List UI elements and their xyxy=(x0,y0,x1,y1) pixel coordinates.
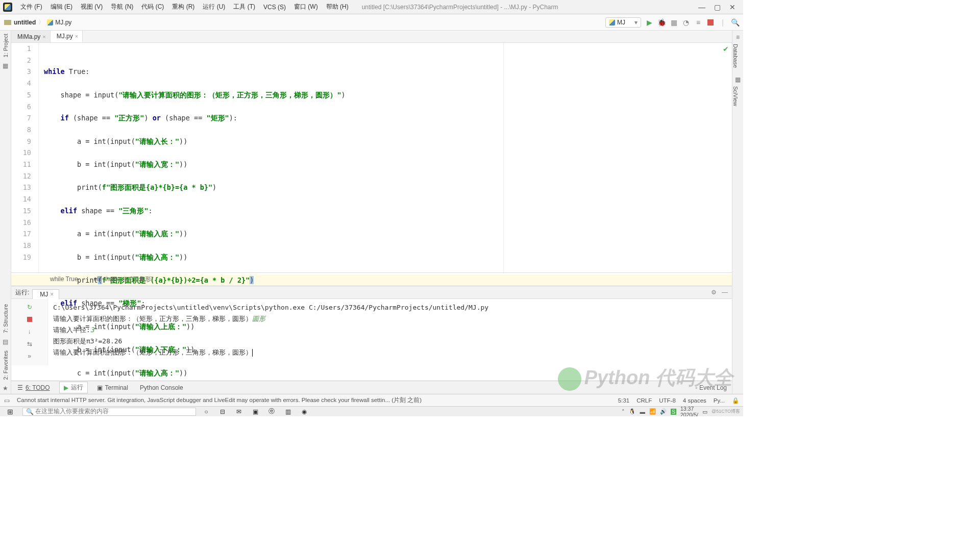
sciview-tool[interactable]: SciView xyxy=(732,83,739,109)
menu-vcs[interactable]: VCS (S) xyxy=(259,4,290,11)
tab-mima[interactable]: MiMa.py × xyxy=(11,31,51,42)
minimize-panel-icon[interactable]: — xyxy=(722,289,728,296)
code-area[interactable]: while True: shape = input("请输入要计算面积的图形：（… xyxy=(39,43,732,272)
structure-tool[interactable]: 7: Structure xyxy=(3,301,9,336)
tab-mj[interactable]: MJ.py × xyxy=(51,31,83,42)
menu-refactor[interactable]: 重构 (R) xyxy=(168,3,199,11)
rerun-icon[interactable]: ↻ xyxy=(26,303,34,311)
python-icon xyxy=(609,19,615,26)
interpreter[interactable]: Py... xyxy=(714,397,725,404)
line-sep[interactable]: CRLF xyxy=(636,397,652,404)
crumb-item[interactable]: elif shape == "三角形" xyxy=(93,276,153,283)
chevron-down-icon: ▾ xyxy=(634,19,638,26)
ie-icon[interactable]: ⓔ xyxy=(263,407,280,416)
qq-icon[interactable]: 🐧 xyxy=(629,408,635,415)
console-line: 图形面积是π3²=28.26 xyxy=(53,336,727,347)
menu-bar: 文件 (F) 编辑 (E) 视图 (V) 导航 (N) 代码 (C) 重构 (R… xyxy=(0,0,743,14)
layout-icon[interactable]: ⇆ xyxy=(26,340,34,348)
clock[interactable]: 13:372020/5/ xyxy=(680,406,698,417)
stop-button[interactable] xyxy=(706,18,715,27)
project-tool[interactable]: 1: Project xyxy=(3,31,9,60)
taskbar-search[interactable]: 🔍 在这里输入你要搜索的内容 xyxy=(22,408,196,416)
separator: | xyxy=(719,18,727,27)
run-tab[interactable]: MJ × xyxy=(32,289,59,299)
navigation-bar: untitled 〉 MJ.py MJ ▾ ▶ 🐞 ▦ ◔ ≡ | 🔍 xyxy=(0,14,743,31)
battery-icon[interactable]: ▬ xyxy=(640,409,645,415)
crumb-item[interactable]: while True xyxy=(50,276,78,283)
status-icon: ▭ xyxy=(4,397,10,404)
chrome-icon[interactable]: ◉ xyxy=(296,408,312,415)
menu-view[interactable]: 视图 (V) xyxy=(77,3,107,11)
database-tool[interactable]: Database xyxy=(732,41,739,71)
down-icon[interactable]: ↓ xyxy=(26,328,34,336)
python-file-icon xyxy=(47,19,53,26)
terminal-tab[interactable]: ▣Terminal xyxy=(97,384,128,391)
minimize-button[interactable]: — xyxy=(694,3,709,11)
notification-icon[interactable]: ▭ xyxy=(702,409,707,415)
menu-file[interactable]: 文件 (F) xyxy=(16,3,46,11)
bottom-tool-tabs: ☰6: TODO ▶运行 ▣Terminal Python Console ◦ … xyxy=(11,381,732,394)
python-console-tab[interactable]: Python Console xyxy=(137,384,183,391)
run-tab[interactable]: ▶运行 xyxy=(59,382,88,393)
search-placeholder: 在这里输入你要搜索的内容 xyxy=(35,407,109,416)
wifi-icon[interactable]: 📶 xyxy=(649,408,656,415)
console-line: 请输入半径:3 xyxy=(53,324,727,336)
close-icon[interactable]: × xyxy=(50,291,54,298)
console-line: 请输入要计算面积的图形：（矩形，正方形，三角形，梯形，圆形） xyxy=(53,347,727,358)
code-breadcrumb: while True 〉 elif shape == "三角形" xyxy=(11,272,732,286)
star-icon: ★ xyxy=(3,385,8,392)
play-icon: ▶ xyxy=(64,384,68,391)
profile-button[interactable]: ◔ xyxy=(682,18,690,27)
event-log-tab[interactable]: ◦ Event Log xyxy=(695,384,727,391)
menu-tools[interactable]: 工具 (T) xyxy=(229,3,259,11)
console-line: C:\Users\37364\PycharmProjects\untitled\… xyxy=(53,302,727,313)
todo-icon: ☰ xyxy=(17,384,23,391)
todo-tab[interactable]: ☰6: TODO xyxy=(17,384,50,391)
taskview-icon[interactable]: ⊟ xyxy=(214,408,231,415)
favorites-tool[interactable]: 2: Favorites xyxy=(3,347,9,383)
breadcrumb-project[interactable]: untitled xyxy=(14,19,36,26)
console-line: 请输入要计算面积的图形：（矩形，正方形，三角形，梯形，圆形）圆形 xyxy=(53,313,727,324)
menu-edit[interactable]: 编辑 (E) xyxy=(46,3,77,11)
database-icon: ≡ xyxy=(732,34,743,41)
indent[interactable]: 4 spaces xyxy=(683,397,706,404)
close-button[interactable]: ✕ xyxy=(725,3,740,11)
maximize-button[interactable]: ▢ xyxy=(709,3,725,11)
tab-label: MiMa.py xyxy=(17,33,40,40)
concurrency-button[interactable]: ≡ xyxy=(694,18,702,27)
notepad-icon[interactable]: ▥ xyxy=(280,408,296,415)
left-tool-bar: 1: Project ▦ 7: Structure ▤ 2: Favorites… xyxy=(0,31,11,394)
debug-button[interactable]: 🐞 xyxy=(657,18,666,27)
mail-icon[interactable]: ✉ xyxy=(231,408,247,415)
breadcrumb-sep: 〉 xyxy=(38,18,44,27)
cortana-icon[interactable]: ○ xyxy=(198,408,214,415)
more-icon[interactable]: » xyxy=(26,352,34,360)
menu-nav[interactable]: 导航 (N) xyxy=(107,3,137,11)
search-icon[interactable]: 🔍 xyxy=(731,18,739,27)
sciview-icon: ▦ xyxy=(732,76,743,83)
tray-up-icon[interactable]: ˄ xyxy=(622,409,625,415)
start-button[interactable]: ⊞ xyxy=(0,408,20,416)
encoding[interactable]: UTF-8 xyxy=(659,397,676,404)
code-editor[interactable]: 12345678910111213141516171819 while True… xyxy=(11,43,732,272)
lock-icon[interactable]: 🔒 xyxy=(732,397,739,404)
watermark-text: @51CTO博客 xyxy=(712,408,740,415)
menu-run[interactable]: 运行 (U) xyxy=(199,3,229,11)
console-output[interactable]: C:\Users\37364\PycharmProjects\untitled\… xyxy=(48,299,732,365)
ime-icon[interactable]: S xyxy=(671,409,676,415)
volume-icon[interactable]: 🔊 xyxy=(660,408,667,415)
close-icon[interactable]: × xyxy=(42,34,45,40)
coverage-button[interactable]: ▦ xyxy=(670,18,678,27)
pycharm-icon[interactable]: ▣ xyxy=(247,408,263,415)
run-config-selector[interactable]: MJ ▾ xyxy=(605,17,641,28)
stop-icon[interactable] xyxy=(26,315,34,323)
close-icon[interactable]: × xyxy=(75,33,78,39)
breadcrumb-file[interactable]: MJ.py xyxy=(55,19,71,26)
menu-help[interactable]: 帮助 (H) xyxy=(322,3,353,11)
menu-window[interactable]: 窗口 (W) xyxy=(290,3,322,11)
run-button[interactable]: ▶ xyxy=(645,18,653,27)
right-tool-bar: ≡ Database ▦ SciView xyxy=(732,31,743,394)
gear-icon[interactable]: ⚙ xyxy=(711,289,717,296)
menu-code[interactable]: 代码 (C) xyxy=(137,3,168,11)
caret-position[interactable]: 5:31 xyxy=(618,397,629,404)
